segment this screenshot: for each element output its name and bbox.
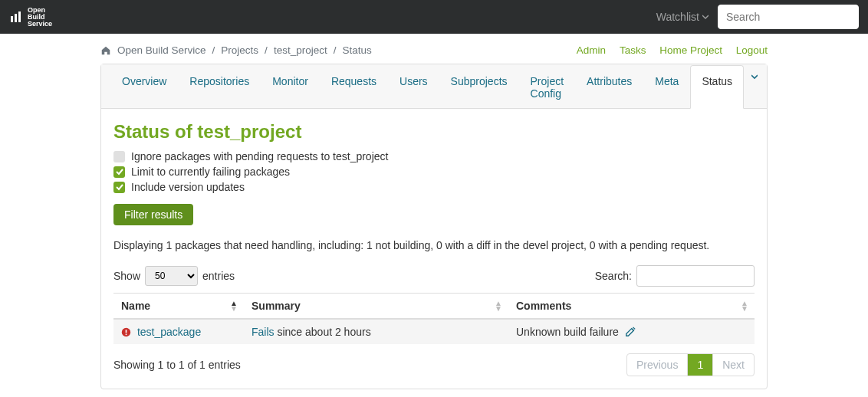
main-card: Overview Repositories Monitor Requests U…: [100, 64, 768, 389]
logout-link[interactable]: Logout: [736, 44, 768, 56]
svg-rect-0: [11, 16, 13, 22]
package-link[interactable]: test_package: [137, 326, 201, 338]
error-icon: [121, 326, 134, 338]
show-label-post: entries: [202, 270, 235, 282]
watchlist-label: Watchlist: [656, 11, 699, 23]
summary-text: Displaying 1 packages that need handling…: [113, 239, 755, 251]
col-summary[interactable]: Summary ▲▼: [244, 294, 508, 320]
table-row: test_package Fails since about 2 hours U…: [113, 319, 755, 344]
checkbox-ignore-pending[interactable]: Ignore packages with pending requests to…: [113, 150, 755, 162]
breadcrumb-separator: /: [334, 44, 337, 56]
obs-logo-icon: [9, 10, 23, 24]
tab-project-config[interactable]: Project Config: [519, 65, 576, 109]
summary-rest: since about 2 hours: [275, 326, 371, 338]
pagination-next[interactable]: Next: [713, 354, 754, 376]
edit-icon[interactable]: [625, 326, 636, 338]
global-search-input[interactable]: [718, 5, 859, 29]
table-search-label: Search:: [595, 270, 632, 282]
admin-link[interactable]: Admin: [577, 44, 606, 56]
pagination-page-1[interactable]: 1: [688, 354, 713, 376]
table-search-input[interactable]: [636, 265, 755, 287]
show-entries-control: Show 102550100 entries: [113, 266, 235, 286]
top-links: Admin Tasks Home Project Logout: [566, 44, 768, 56]
pagination: Previous 1 Next: [626, 353, 755, 376]
checkbox-label: Include version updates: [131, 181, 245, 193]
chevron-down-icon: [751, 74, 758, 80]
filter-results-button[interactable]: Filter results: [113, 204, 193, 225]
table-controls: Show 102550100 entries Search:: [113, 265, 755, 287]
watchlist-dropdown[interactable]: Watchlist: [656, 11, 709, 23]
cell-name: test_package: [113, 319, 244, 344]
breadcrumb: Open Build Service / Projects / test_pro…: [100, 44, 372, 56]
breadcrumb-row: Open Build Service / Projects / test_pro…: [100, 34, 768, 64]
col-name[interactable]: Name ▲▼: [113, 294, 244, 320]
status-table: Name ▲▼ Summary ▲▼ Comments ▲▼: [113, 293, 755, 344]
tab-meta[interactable]: Meta: [643, 65, 690, 109]
tab-users[interactable]: Users: [388, 65, 439, 109]
checkbox-icon: [113, 182, 125, 193]
checkbox-limit-failing[interactable]: Limit to currently failing packages: [113, 166, 755, 178]
sort-icon: ▲▼: [230, 300, 238, 311]
breadcrumb-item-current: Status: [342, 44, 371, 56]
pagination-prev[interactable]: Previous: [627, 354, 688, 376]
breadcrumb-separator: /: [212, 44, 215, 56]
breadcrumb-item-root[interactable]: Open Build Service: [117, 44, 206, 56]
svg-rect-5: [126, 334, 127, 336]
project-tabs: Overview Repositories Monitor Requests U…: [101, 64, 767, 109]
cell-comments: Unknown build failure: [508, 319, 755, 344]
col-comments[interactable]: Comments ▲▼: [508, 294, 755, 320]
logo[interactable]: Open Build Service: [9, 7, 52, 28]
topbar: Open Build Service Watchlist: [0, 0, 868, 34]
tab-status[interactable]: Status: [690, 65, 744, 109]
table-footer-text: Showing 1 to 1 of 1 entries: [113, 359, 241, 371]
tab-overview[interactable]: Overview: [110, 65, 178, 109]
breadcrumb-item-project[interactable]: test_project: [274, 44, 327, 56]
chevron-down-icon: [702, 14, 709, 20]
cell-summary: Fails since about 2 hours: [244, 319, 508, 344]
page-title: Status of test_project: [113, 121, 755, 143]
tab-attributes[interactable]: Attributes: [575, 65, 643, 109]
breadcrumb-item-projects[interactable]: Projects: [221, 44, 258, 56]
checkbox-label: Limit to currently failing packages: [131, 166, 290, 178]
comment-text: Unknown build failure: [516, 326, 619, 338]
home-project-link[interactable]: Home Project: [659, 44, 722, 56]
logo-text: Open Build Service: [28, 7, 52, 28]
tab-requests[interactable]: Requests: [320, 65, 388, 109]
svg-rect-2: [18, 11, 21, 22]
svg-rect-4: [126, 330, 127, 333]
sort-icon: ▲▼: [495, 300, 502, 311]
tab-subprojects[interactable]: Subprojects: [439, 65, 519, 109]
checkbox-icon: [113, 166, 125, 178]
svg-rect-1: [15, 14, 17, 22]
show-label-pre: Show: [113, 270, 140, 282]
fails-link[interactable]: Fails: [252, 326, 275, 338]
checkbox-include-updates[interactable]: Include version updates: [113, 181, 755, 193]
tabs-more-dropdown[interactable]: [744, 64, 765, 108]
tab-monitor[interactable]: Monitor: [261, 65, 320, 109]
tasks-link[interactable]: Tasks: [620, 44, 646, 56]
checkbox-label: Ignore packages with pending requests to…: [131, 150, 388, 162]
checkbox-icon: [113, 151, 125, 162]
sort-icon: ▲▼: [741, 300, 748, 311]
show-entries-select[interactable]: 102550100: [145, 266, 198, 286]
home-icon[interactable]: [100, 45, 111, 56]
table-search-control: Search:: [595, 265, 755, 287]
breadcrumb-separator: /: [265, 44, 268, 56]
tab-repositories[interactable]: Repositories: [178, 65, 261, 109]
table-footer: Showing 1 to 1 of 1 entries Previous 1 N…: [113, 353, 755, 376]
